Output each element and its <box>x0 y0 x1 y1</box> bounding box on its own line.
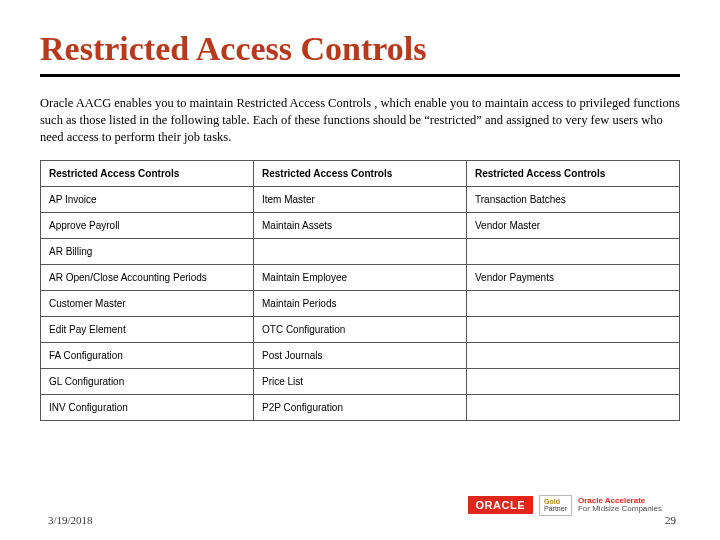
footer-date: 3/19/2018 <box>48 514 93 526</box>
col-header: Restricted Access Controls <box>467 160 680 186</box>
table-row: GL Configuration Price List <box>41 368 680 394</box>
footer-logo-block: ORACLE Gold Partner Oracle Accelerate Fo… <box>468 495 662 516</box>
accelerate-sub: For Midsize Companies <box>578 504 662 513</box>
table-row: AR Billing <box>41 238 680 264</box>
restricted-access-table: Restricted Access Controls Restricted Ac… <box>40 160 680 421</box>
cell: Maintain Employee <box>254 264 467 290</box>
cell: P2P Configuration <box>254 394 467 420</box>
intro-paragraph: Oracle AACG enables you to maintain Rest… <box>40 95 680 146</box>
cell <box>467 368 680 394</box>
cell: Item Master <box>254 186 467 212</box>
cell: Customer Master <box>41 290 254 316</box>
cell: AR Open/Close Accounting Periods <box>41 264 254 290</box>
slide-footer: 3/19/2018 ORACLE Gold Partner Oracle Acc… <box>40 490 680 528</box>
col-header: Restricted Access Controls <box>254 160 467 186</box>
cell <box>467 342 680 368</box>
accelerate-badge: Oracle Accelerate For Midsize Companies <box>578 497 662 515</box>
partner-gold: Gold <box>544 498 560 505</box>
cell: Maintain Assets <box>254 212 467 238</box>
accelerate-brand: Oracle Accelerate <box>578 496 645 505</box>
partner-label: Partner <box>544 505 567 512</box>
col-header: Restricted Access Controls <box>41 160 254 186</box>
cell: Edit Pay Element <box>41 316 254 342</box>
cell: FA Configuration <box>41 342 254 368</box>
cell: INV Configuration <box>41 394 254 420</box>
table-row: FA Configuration Post Journals <box>41 342 680 368</box>
oracle-logo-icon: ORACLE <box>468 496 533 514</box>
table-row: INV Configuration P2P Configuration <box>41 394 680 420</box>
cell: GL Configuration <box>41 368 254 394</box>
cell: Price List <box>254 368 467 394</box>
cell: Approve Payroll <box>41 212 254 238</box>
table-row: Edit Pay Element OTC Configuration <box>41 316 680 342</box>
table-row: AP Invoice Item Master Transaction Batch… <box>41 186 680 212</box>
table-row: Approve Payroll Maintain Assets Vendor M… <box>41 212 680 238</box>
cell: Maintain Periods <box>254 290 467 316</box>
cell: Vendor Payments <box>467 264 680 290</box>
page-title: Restricted Access Controls <box>40 30 680 68</box>
table-row: Customer Master Maintain Periods <box>41 290 680 316</box>
cell: Transaction Batches <box>467 186 680 212</box>
cell: AP Invoice <box>41 186 254 212</box>
cell: Vendor Master <box>467 212 680 238</box>
cell <box>254 238 467 264</box>
cell <box>467 394 680 420</box>
partner-badge: Gold Partner <box>539 495 572 516</box>
table-header-row: Restricted Access Controls Restricted Ac… <box>41 160 680 186</box>
page-number: 29 <box>665 514 676 526</box>
cell <box>467 238 680 264</box>
cell <box>467 316 680 342</box>
cell <box>467 290 680 316</box>
cell: AR Billing <box>41 238 254 264</box>
table-row: AR Open/Close Accounting Periods Maintai… <box>41 264 680 290</box>
title-rule <box>40 74 680 77</box>
slide: Restricted Access Controls Oracle AACG e… <box>0 0 720 540</box>
cell: OTC Configuration <box>254 316 467 342</box>
cell: Post Journals <box>254 342 467 368</box>
